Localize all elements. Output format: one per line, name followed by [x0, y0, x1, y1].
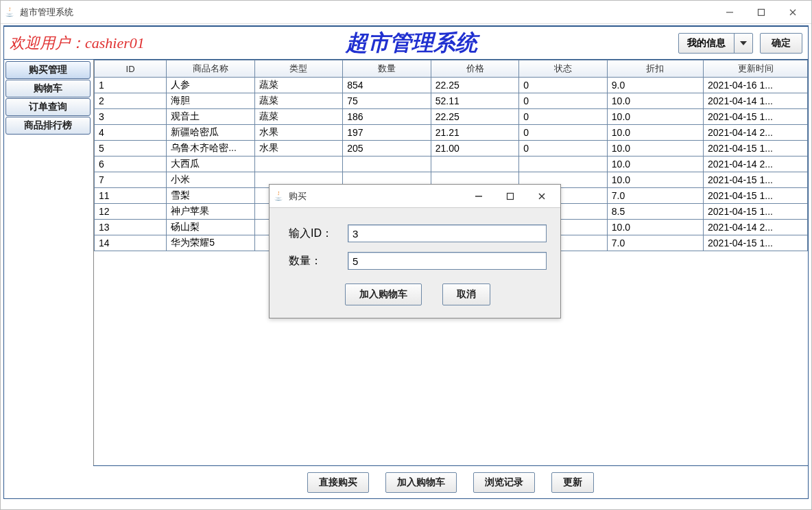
- table-cell: 10.0: [607, 93, 703, 109]
- table-cell: 6: [95, 157, 167, 172]
- dropdown-label: 我的信息: [679, 34, 735, 53]
- table-cell: 186: [343, 109, 431, 125]
- cancel-button[interactable]: 取消: [442, 283, 490, 305]
- table-row[interactable]: 3观音土蔬菜18622.25010.02021-04-15 1...: [95, 109, 808, 125]
- sidebar-tab-0[interactable]: 购买管理: [5, 61, 91, 79]
- table-row[interactable]: 6大西瓜10.02021-04-14 2...: [95, 157, 808, 172]
- svg-rect-6: [508, 193, 514, 199]
- table-cell: 水果: [254, 125, 343, 141]
- table-cell: 12: [95, 204, 167, 220]
- table-cell: 海胆: [167, 93, 255, 109]
- table-cell: 乌鲁木齐哈密...: [167, 141, 255, 157]
- qty-input[interactable]: [348, 252, 547, 270]
- maximize-button[interactable]: [745, 1, 777, 23]
- column-header[interactable]: 类型: [254, 60, 343, 78]
- sidebar-tab-1[interactable]: 购物车: [5, 80, 91, 97]
- column-header[interactable]: ID: [95, 60, 167, 78]
- close-button[interactable]: [777, 1, 809, 23]
- table-cell: 8.5: [607, 204, 703, 220]
- table-cell: 0: [519, 78, 608, 93]
- window-title: 超市管理系统: [20, 6, 73, 19]
- header-actions: 我的信息 确定: [678, 33, 802, 54]
- table-cell: 水果: [254, 141, 343, 157]
- table-row[interactable]: 4新疆哈密瓜水果19721.21010.02021-04-14 2...: [95, 125, 808, 141]
- table-cell: 0: [519, 125, 608, 141]
- sidebar-tab-3[interactable]: 商品排行榜: [5, 117, 91, 135]
- table-cell: 10.0: [607, 172, 703, 188]
- java-icon: [272, 190, 285, 202]
- table-cell: 13: [95, 220, 167, 235]
- my-info-dropdown[interactable]: 我的信息: [678, 33, 753, 54]
- system-title: 超市管理系统: [145, 28, 678, 58]
- table-cell: 10.0: [607, 141, 703, 157]
- confirm-button[interactable]: 确定: [760, 33, 802, 54]
- table-cell: 2021-04-15 1...: [704, 109, 808, 125]
- table-cell: 2021-04-14 2...: [704, 125, 808, 141]
- table-cell: 小米: [167, 172, 255, 188]
- table-cell: 2021-04-14 2...: [704, 220, 808, 235]
- table-cell: 0: [519, 109, 608, 125]
- column-header[interactable]: 更新时间: [704, 60, 808, 78]
- table-cell: 1: [95, 78, 167, 93]
- table-cell: 2021-04-15 1...: [704, 204, 808, 220]
- table-cell: 蔬菜: [254, 93, 343, 109]
- column-header[interactable]: 商品名称: [167, 60, 255, 78]
- table-cell: 7.0: [607, 235, 703, 251]
- username: cashier01: [85, 34, 145, 51]
- column-header[interactable]: 状态: [519, 60, 608, 78]
- column-header[interactable]: 数量: [343, 60, 431, 78]
- table-cell: 0: [519, 93, 608, 109]
- table-cell: 75: [343, 93, 431, 109]
- table-row[interactable]: 2海胆蔬菜7552.11010.02021-04-14 1...: [95, 93, 808, 109]
- svg-rect-1: [759, 9, 765, 15]
- table-row[interactable]: 1人参蔬菜85422.2509.02021-04-16 1...: [95, 78, 808, 93]
- sidebar-tab-2[interactable]: 订单查询: [5, 98, 91, 116]
- bottom-button-2[interactable]: 浏览记录: [473, 472, 535, 493]
- dialog-buttons: 加入购物车 取消: [289, 283, 547, 305]
- table-cell: [343, 157, 431, 172]
- table-cell: 11: [95, 188, 167, 204]
- table-cell: 9.0: [607, 78, 703, 93]
- table-cell: 7: [95, 172, 167, 188]
- table-cell: 21.21: [431, 125, 519, 141]
- table-cell: 观音土: [167, 109, 255, 125]
- table-row[interactable]: 5乌鲁木齐哈密...水果20521.00010.02021-04-15 1...: [95, 141, 808, 157]
- table-cell: [519, 157, 608, 172]
- table-cell: 22.25: [431, 78, 519, 93]
- title-bar: 超市管理系统: [1, 1, 811, 24]
- qty-label: 数量：: [289, 254, 348, 268]
- table-header-row: ID商品名称类型数量价格状态折扣更新时间: [95, 60, 808, 78]
- table-cell: 蔬菜: [254, 78, 343, 93]
- table-cell: 5: [95, 141, 167, 157]
- table-cell: 2021-04-15 1...: [704, 235, 808, 251]
- id-input[interactable]: [348, 224, 547, 242]
- table-cell: 新疆哈密瓜: [167, 125, 255, 141]
- table-cell: 2021-04-14 1...: [704, 93, 808, 109]
- minimize-button[interactable]: [714, 1, 745, 23]
- table-cell: 197: [343, 125, 431, 141]
- table-cell: 205: [343, 141, 431, 157]
- column-header[interactable]: 价格: [431, 60, 519, 78]
- chevron-down-icon: [735, 34, 752, 53]
- table-cell: 砀山梨: [167, 220, 255, 235]
- column-header[interactable]: 折扣: [607, 60, 703, 78]
- qty-row: 数量：: [289, 252, 547, 270]
- table-cell: 4: [95, 125, 167, 141]
- id-label: 输入ID：: [289, 227, 348, 241]
- dialog-close-button[interactable]: [526, 185, 558, 207]
- table-cell: 华为荣耀5: [167, 235, 255, 251]
- bottom-button-1[interactable]: 加入购物车: [385, 472, 457, 493]
- table-cell: 人参: [167, 78, 255, 93]
- add-to-cart-button[interactable]: 加入购物车: [345, 283, 422, 305]
- table-cell: 2021-04-16 1...: [704, 78, 808, 93]
- table-cell: 10.0: [607, 109, 703, 125]
- dialog-minimize-button[interactable]: [463, 185, 494, 207]
- bottom-button-3[interactable]: 更新: [551, 472, 594, 493]
- dialog-maximize-button[interactable]: [494, 185, 526, 207]
- dialog-controls: [463, 185, 558, 207]
- bottom-button-0[interactable]: 直接购买: [307, 472, 369, 493]
- table-cell: 10.0: [607, 157, 703, 172]
- id-row: 输入ID：: [289, 224, 547, 242]
- table-cell: 52.11: [431, 93, 519, 109]
- welcome-text: 欢迎用户：cashier01: [10, 33, 145, 54]
